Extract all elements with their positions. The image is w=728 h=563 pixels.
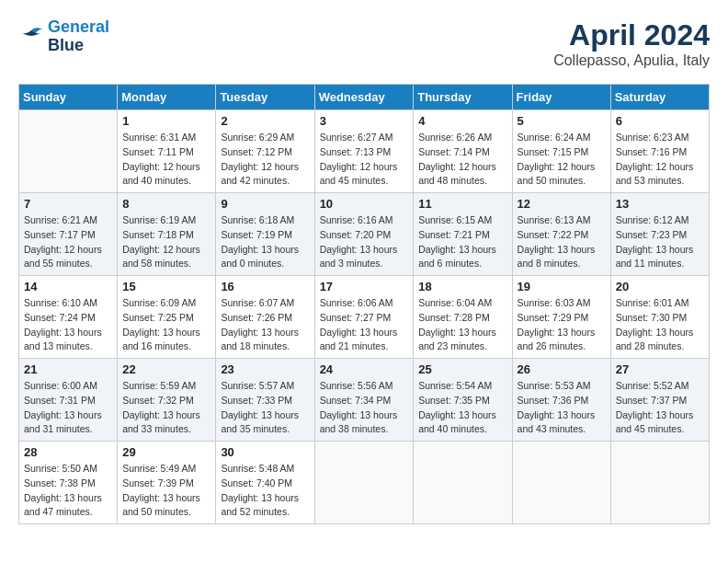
day-number: 10 [320,197,409,211]
calendar-cell: 9Sunrise: 6:18 AMSunset: 7:19 PMDaylight… [216,193,314,276]
day-info: Sunrise: 6:15 AMSunset: 7:21 PMDaylight:… [418,213,506,271]
day-info: Sunrise: 6:26 AMSunset: 7:14 PMDaylight:… [418,131,506,189]
calendar-cell [414,442,512,524]
calendar-week-row: 14Sunrise: 6:10 AMSunset: 7:24 PMDayligh… [19,276,710,359]
day-info: Sunrise: 6:27 AMSunset: 7:13 PMDaylight:… [320,131,409,189]
day-number: 16 [221,280,309,293]
calendar-cell: 15Sunrise: 6:09 AMSunset: 7:25 PMDayligh… [118,276,216,359]
title-area: April 2024 Collepasso, Apulia, Italy [553,18,710,69]
col-sunday: Sunday [19,85,118,110]
calendar-cell: 23Sunrise: 5:57 AMSunset: 7:33 PMDayligh… [216,359,314,442]
day-number: 30 [221,445,309,459]
col-tuesday: Tuesday [216,85,314,110]
calendar-cell: 26Sunrise: 5:53 AMSunset: 7:36 PMDayligh… [512,359,610,442]
calendar-cell [19,110,118,193]
day-number: 9 [221,197,309,211]
logo: GeneralBlue [18,18,109,55]
calendar-cell: 13Sunrise: 6:12 AMSunset: 7:23 PMDayligh… [610,193,709,276]
col-saturday: Saturday [610,85,709,110]
day-info: Sunrise: 6:06 AMSunset: 7:27 PMDaylight:… [320,296,409,354]
day-info: Sunrise: 6:13 AMSunset: 7:22 PMDaylight:… [518,213,606,271]
day-info: Sunrise: 5:57 AMSunset: 7:33 PMDaylight:… [221,379,309,437]
calendar-cell: 14Sunrise: 6:10 AMSunset: 7:24 PMDayligh… [19,276,118,359]
calendar-cell: 16Sunrise: 6:07 AMSunset: 7:26 PMDayligh… [216,276,314,359]
day-number: 8 [122,197,210,211]
page-header: GeneralBlue April 2024 Collepasso, Apuli… [18,18,710,69]
calendar-cell: 4Sunrise: 6:26 AMSunset: 7:14 PMDaylight… [414,110,512,193]
day-info: Sunrise: 6:31 AMSunset: 7:11 PMDaylight:… [122,131,210,189]
calendar-cell: 22Sunrise: 5:59 AMSunset: 7:32 PMDayligh… [118,359,216,442]
day-info: Sunrise: 6:24 AMSunset: 7:15 PMDaylight:… [518,131,606,189]
day-number: 17 [320,280,409,293]
calendar-cell: 17Sunrise: 6:06 AMSunset: 7:27 PMDayligh… [314,276,414,359]
day-info: Sunrise: 5:54 AMSunset: 7:35 PMDaylight:… [418,379,506,437]
calendar-cell: 8Sunrise: 6:19 AMSunset: 7:18 PMDaylight… [118,193,216,276]
day-number: 2 [221,114,309,128]
day-info: Sunrise: 5:52 AMSunset: 7:37 PMDaylight:… [616,379,704,437]
calendar-cell: 27Sunrise: 5:52 AMSunset: 7:37 PMDayligh… [610,359,709,442]
calendar-header-row: Sunday Monday Tuesday Wednesday Thursday… [19,85,710,110]
calendar-body: 1Sunrise: 6:31 AMSunset: 7:11 PMDaylight… [19,110,710,524]
day-info: Sunrise: 6:09 AMSunset: 7:25 PMDaylight:… [122,296,210,354]
day-info: Sunrise: 6:04 AMSunset: 7:28 PMDaylight:… [418,296,506,354]
day-info: Sunrise: 5:59 AMSunset: 7:32 PMDaylight:… [122,379,210,437]
day-number: 19 [518,280,606,293]
logo-icon [18,27,44,47]
day-number: 11 [418,197,506,211]
day-number: 12 [518,197,606,211]
day-info: Sunrise: 6:18 AMSunset: 7:19 PMDaylight:… [221,213,309,271]
calendar-cell: 11Sunrise: 6:15 AMSunset: 7:21 PMDayligh… [414,193,512,276]
day-info: Sunrise: 6:10 AMSunset: 7:24 PMDaylight:… [24,296,112,354]
day-info: Sunrise: 6:07 AMSunset: 7:26 PMDaylight:… [221,296,309,354]
day-info: Sunrise: 5:49 AMSunset: 7:39 PMDaylight:… [122,462,210,520]
day-number: 22 [122,362,210,376]
calendar-cell: 12Sunrise: 6:13 AMSunset: 7:22 PMDayligh… [512,193,610,276]
calendar-week-row: 21Sunrise: 6:00 AMSunset: 7:31 PMDayligh… [19,359,710,442]
day-number: 28 [24,445,112,459]
day-info: Sunrise: 5:48 AMSunset: 7:40 PMDaylight:… [221,462,309,520]
day-info: Sunrise: 6:03 AMSunset: 7:29 PMDaylight:… [518,296,606,354]
day-number: 14 [24,280,112,293]
calendar-cell: 19Sunrise: 6:03 AMSunset: 7:29 PMDayligh… [512,276,610,359]
month-title: April 2024 [553,18,710,52]
calendar-cell [314,442,414,524]
calendar-cell: 18Sunrise: 6:04 AMSunset: 7:28 PMDayligh… [414,276,512,359]
day-info: Sunrise: 5:53 AMSunset: 7:36 PMDaylight:… [518,379,606,437]
day-number: 21 [24,362,112,376]
calendar-cell [512,442,610,524]
calendar-cell: 5Sunrise: 6:24 AMSunset: 7:15 PMDaylight… [512,110,610,193]
day-number: 4 [418,114,506,128]
calendar-cell: 3Sunrise: 6:27 AMSunset: 7:13 PMDaylight… [314,110,414,193]
col-thursday: Thursday [414,85,512,110]
calendar-cell: 20Sunrise: 6:01 AMSunset: 7:30 PMDayligh… [610,276,709,359]
day-info: Sunrise: 6:21 AMSunset: 7:17 PMDaylight:… [24,213,112,271]
day-info: Sunrise: 6:23 AMSunset: 7:16 PMDaylight:… [616,131,704,189]
calendar-week-row: 28Sunrise: 5:50 AMSunset: 7:38 PMDayligh… [19,442,710,524]
calendar-cell: 6Sunrise: 6:23 AMSunset: 7:16 PMDaylight… [610,110,709,193]
day-number: 24 [320,362,409,376]
day-info: Sunrise: 5:50 AMSunset: 7:38 PMDaylight:… [24,462,112,520]
day-number: 13 [616,197,704,211]
day-info: Sunrise: 6:29 AMSunset: 7:12 PMDaylight:… [221,131,309,189]
calendar-week-row: 7Sunrise: 6:21 AMSunset: 7:17 PMDaylight… [19,193,710,276]
calendar-cell: 21Sunrise: 6:00 AMSunset: 7:31 PMDayligh… [19,359,118,442]
day-number: 29 [122,445,210,459]
col-monday: Monday [118,85,216,110]
day-info: Sunrise: 6:19 AMSunset: 7:18 PMDaylight:… [122,213,210,271]
calendar-cell: 30Sunrise: 5:48 AMSunset: 7:40 PMDayligh… [216,442,314,524]
logo-text: GeneralBlue [48,18,109,55]
col-friday: Friday [512,85,610,110]
day-number: 27 [616,362,704,376]
day-number: 23 [221,362,309,376]
calendar-cell: 29Sunrise: 5:49 AMSunset: 7:39 PMDayligh… [118,442,216,524]
calendar-cell: 25Sunrise: 5:54 AMSunset: 7:35 PMDayligh… [414,359,512,442]
day-number: 18 [418,280,506,293]
calendar-cell: 7Sunrise: 6:21 AMSunset: 7:17 PMDaylight… [19,193,118,276]
day-info: Sunrise: 6:12 AMSunset: 7:23 PMDaylight:… [616,213,704,271]
day-number: 5 [518,114,606,128]
calendar-cell: 1Sunrise: 6:31 AMSunset: 7:11 PMDaylight… [118,110,216,193]
day-info: Sunrise: 6:00 AMSunset: 7:31 PMDaylight:… [24,379,112,437]
calendar-cell [610,442,709,524]
day-number: 6 [616,114,704,128]
day-info: Sunrise: 6:16 AMSunset: 7:20 PMDaylight:… [320,213,409,271]
